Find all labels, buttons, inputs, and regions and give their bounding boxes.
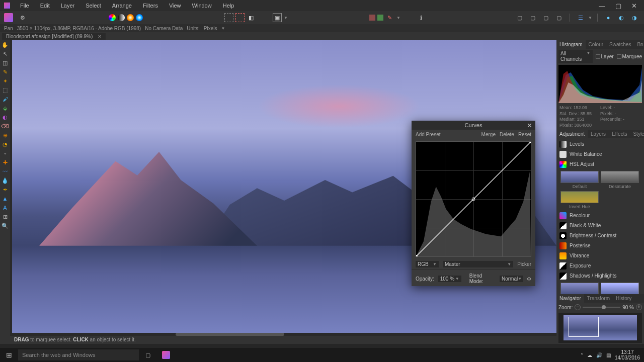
smudge-tool-icon[interactable]: 〰 bbox=[2, 168, 9, 175]
crop-layer-icon[interactable]: ◐ bbox=[617, 13, 626, 22]
menu-arrange[interactable]: Arrange bbox=[107, 1, 137, 10]
warm-icon[interactable] bbox=[127, 14, 134, 21]
adj-vibrance[interactable]: Vibrance bbox=[558, 251, 642, 261]
zoom-in-icon[interactable]: + bbox=[636, 304, 642, 310]
arrange-backward-icon[interactable]: ▢ bbox=[528, 13, 537, 22]
reset-button[interactable]: Reset bbox=[518, 132, 531, 137]
curves-master-dropdown[interactable]: Master▼ bbox=[443, 261, 513, 267]
opacity-field[interactable]: 100 %▼ bbox=[438, 276, 461, 282]
preset-invert-hue[interactable]: Invert Hue bbox=[560, 191, 599, 209]
channel-dropdown[interactable]: All Channels▼ bbox=[558, 50, 593, 63]
zoom-slider[interactable] bbox=[583, 307, 620, 308]
quick-mask-icon[interactable]: ▣ bbox=[273, 13, 282, 22]
arrange-forward-icon[interactable]: ▢ bbox=[541, 13, 550, 22]
mask-layer-icon[interactable]: ◑ bbox=[630, 13, 639, 22]
colour-wheel-icon[interactable] bbox=[109, 14, 116, 21]
menu-window[interactable]: Window bbox=[187, 1, 217, 10]
taskbar-clock[interactable]: 13:17 14/03/2016 bbox=[615, 349, 640, 360]
selection-add-icon[interactable] bbox=[235, 13, 245, 22]
gradient-tool-icon[interactable]: ◐ bbox=[2, 114, 9, 121]
preset-default[interactable]: Default bbox=[560, 171, 599, 189]
start-button[interactable]: ⊞ bbox=[0, 348, 18, 362]
tab-swatches[interactable]: Swatches bbox=[606, 40, 634, 49]
greyscale-icon[interactable] bbox=[118, 14, 125, 21]
adj-brightness[interactable]: Brightness / Contrast bbox=[558, 231, 642, 241]
preset-desaturate[interactable]: Desaturate bbox=[601, 171, 639, 189]
menu-file[interactable]: File bbox=[15, 1, 34, 10]
selection-brush-icon[interactable]: ✎ bbox=[2, 68, 9, 75]
curves-titlebar[interactable]: Curves ✕ bbox=[412, 121, 535, 130]
window-close[interactable]: ✕ bbox=[628, 1, 640, 11]
tray-notification-icon[interactable]: ▤ bbox=[606, 352, 611, 358]
selection-new-icon[interactable] bbox=[224, 13, 233, 22]
dodge-tool-icon[interactable]: ◔ bbox=[2, 141, 9, 148]
menu-view[interactable]: View bbox=[164, 1, 186, 10]
paint-brush-icon[interactable]: 🖌 bbox=[2, 96, 9, 103]
tab-transform[interactable]: Transform bbox=[584, 294, 613, 303]
arrange-front-icon[interactable]: ▢ bbox=[554, 13, 564, 22]
curves-channel-dropdown[interactable]: RGB▼ bbox=[416, 261, 439, 267]
tab-histogram[interactable]: Histogram bbox=[556, 40, 586, 49]
heal-tool-icon[interactable]: ✚ bbox=[2, 159, 9, 166]
add-layer-icon[interactable]: ● bbox=[604, 13, 613, 22]
curves-close-icon[interactable]: ✕ bbox=[527, 122, 532, 129]
pen-tool-icon[interactable]: ✒ bbox=[2, 186, 9, 193]
persona-photo-icon[interactable] bbox=[4, 13, 13, 22]
picker-button[interactable]: Picker bbox=[517, 261, 531, 267]
taskbar-app-affinity[interactable] bbox=[157, 348, 175, 362]
units-value[interactable]: Pixels bbox=[204, 26, 217, 31]
crop-tool-icon[interactable]: ◫ bbox=[2, 59, 9, 66]
menu-layer[interactable]: Layer bbox=[56, 1, 80, 10]
tray-onedrive-icon[interactable]: ☁ bbox=[587, 352, 592, 358]
fill-tool-icon[interactable]: ⬙ bbox=[2, 105, 9, 112]
preset-sh-2[interactable] bbox=[601, 283, 639, 294]
zoom-value[interactable]: 90 % bbox=[622, 305, 634, 310]
tab-layers[interactable]: Layers bbox=[588, 130, 609, 138]
clone-tool-icon[interactable]: ⊕ bbox=[2, 132, 9, 139]
erase-tool-icon[interactable]: ⌫ bbox=[2, 123, 9, 130]
tab-colour[interactable]: Colour bbox=[586, 40, 606, 49]
tab-effects[interactable]: Effects bbox=[609, 130, 630, 138]
adj-recolour[interactable]: Recolour bbox=[558, 211, 642, 221]
menu-select[interactable]: Select bbox=[80, 1, 106, 10]
zoom-tool-icon[interactable]: 🔍 bbox=[2, 222, 9, 229]
menu-help[interactable]: Help bbox=[218, 1, 239, 10]
tray-chevron-icon[interactable]: ˄ bbox=[581, 352, 583, 358]
adj-hsl[interactable]: HSL Adjust bbox=[558, 159, 642, 169]
gear-icon[interactable]: ⚙ bbox=[527, 276, 531, 282]
snap-guides-icon[interactable] bbox=[377, 15, 383, 21]
adj-white-balance[interactable]: White Balance bbox=[558, 149, 642, 159]
menu-filters[interactable]: Filters bbox=[138, 1, 163, 10]
task-view-icon[interactable]: ▢ bbox=[139, 348, 157, 362]
move-tool-icon[interactable]: ↖ bbox=[2, 50, 9, 57]
document-tab[interactable]: Bloodsport.afdesign [Modified] (89.9%) ✕ bbox=[2, 33, 106, 40]
shape-tool-icon[interactable]: ▲ bbox=[2, 195, 9, 202]
adj-shadows[interactable]: Shadows / Highlights bbox=[558, 271, 642, 281]
tab-history[interactable]: History bbox=[613, 294, 634, 303]
close-tab-icon[interactable]: ✕ bbox=[98, 34, 102, 39]
cool-icon[interactable] bbox=[136, 14, 143, 21]
mesh-tool-icon[interactable]: ⊞ bbox=[2, 213, 9, 220]
arrange-back-icon[interactable]: ▢ bbox=[515, 13, 524, 22]
adj-exposure[interactable]: Exposure bbox=[558, 261, 642, 271]
tab-navigator[interactable]: Navigator bbox=[556, 294, 584, 303]
add-preset-button[interactable]: Add Preset bbox=[416, 132, 440, 137]
navigator-view[interactable] bbox=[558, 313, 642, 343]
toolbar-links-icon[interactable]: ⚙ bbox=[18, 13, 27, 22]
text-tool-icon[interactable]: A bbox=[2, 204, 9, 211]
retouch-tool-icon[interactable]: 💧 bbox=[2, 177, 9, 184]
tab-brushes[interactable]: Brushes bbox=[634, 40, 644, 49]
tab-styles[interactable]: Styles bbox=[630, 130, 644, 138]
delete-button[interactable]: Delete bbox=[500, 132, 514, 137]
taskbar-search[interactable]: Search the web and Windows bbox=[18, 349, 139, 360]
curves-graph[interactable] bbox=[416, 141, 531, 257]
preset-sh-1[interactable] bbox=[560, 283, 599, 294]
blur-tool-icon[interactable]: ∘ bbox=[2, 150, 9, 157]
layer-checkbox[interactable]: Layer bbox=[596, 54, 614, 59]
align-menu-icon[interactable]: ☰ bbox=[576, 13, 585, 22]
tray-volume-icon[interactable]: 🔊 bbox=[596, 352, 602, 358]
assistant-icon[interactable]: ℹ bbox=[417, 13, 426, 22]
flood-select-icon[interactable]: ✦ bbox=[2, 77, 9, 84]
menu-edit[interactable]: Edit bbox=[35, 1, 55, 10]
window-minimize[interactable]: — bbox=[596, 1, 608, 11]
